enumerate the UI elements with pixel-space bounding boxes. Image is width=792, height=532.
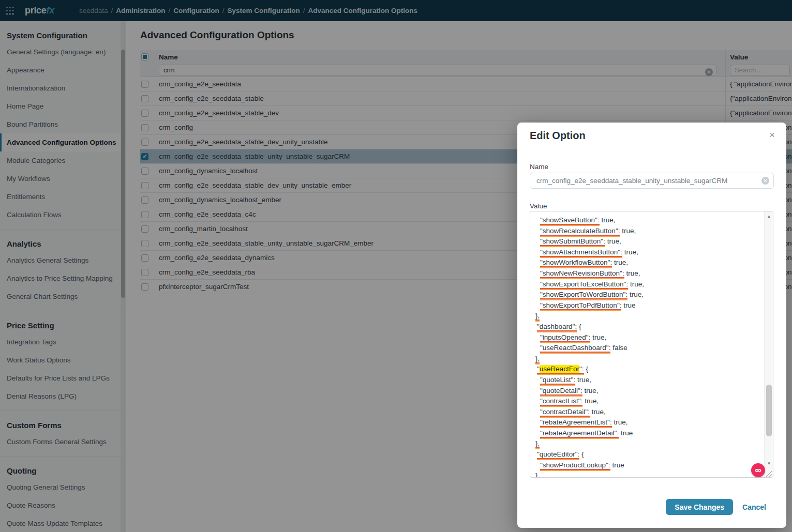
json-key: "quoteEditor": xyxy=(537,450,579,458)
json-key: "showWorkflowButton": xyxy=(540,259,612,266)
json-key: "useReactDashboard": xyxy=(540,344,610,352)
json-line: }, xyxy=(534,354,761,364)
scroll-down-icon[interactable]: ▼ xyxy=(765,460,773,468)
json-value: true, xyxy=(600,216,616,224)
app-window: pricefx seeddata/Administration/Configur… xyxy=(0,0,792,532)
editor-scrollbar-thumb[interactable] xyxy=(766,385,772,436)
json-value: true, xyxy=(612,418,628,426)
json-value: true, xyxy=(590,333,606,341)
json-line: "quoteDetail": true, xyxy=(534,386,761,397)
json-key: "showRecalculateButton": xyxy=(540,227,620,235)
json-key: "useReactFor": xyxy=(537,365,584,373)
json-key: "showExportToExcelButton": xyxy=(540,280,628,288)
json-line: "showRecalculateButton": true, xyxy=(534,226,761,237)
json-value: true, xyxy=(582,397,599,405)
json-key: "contractList": xyxy=(540,397,582,405)
edit-option-modal: Edit Option × Name ✕ Value "showSaveButt… xyxy=(517,123,786,528)
json-line: "showNewRevisionButton": true, xyxy=(534,268,761,279)
json-line: }, xyxy=(534,438,761,449)
json-line: "showExportToWordButton": true, xyxy=(534,290,761,300)
json-line: "inputsOpened": true, xyxy=(534,332,761,343)
json-line: }, xyxy=(534,311,761,322)
json-line: "showExportToExcelButton": true, xyxy=(534,279,761,290)
name-field-label: Name xyxy=(530,163,548,171)
json-brace: }, xyxy=(535,439,540,447)
json-value: true xyxy=(619,429,633,437)
json-key: "showSaveButton": xyxy=(540,216,600,224)
json-key: "showSubmitButton": xyxy=(540,237,605,245)
json-key: "rebateAgreementList": xyxy=(540,418,612,426)
search-match-highlight: useReactFor xyxy=(540,365,579,373)
json-key: "showExportToPdfButton": xyxy=(540,301,621,309)
json-value: true, xyxy=(627,291,644,298)
option-name-input[interactable] xyxy=(530,173,774,189)
json-line: }, xyxy=(534,470,761,478)
resize-handle-icon[interactable] xyxy=(765,469,772,477)
json-key: "quoteDetail": xyxy=(540,387,582,394)
json-line: "useReactDashboard": false xyxy=(534,343,761,354)
json-line: "contractDetail": true, xyxy=(534,407,761,418)
json-line: "quoteEditor": { xyxy=(534,449,761,460)
json-line: "useReactFor": { xyxy=(534,364,761,375)
json-key: "showNewRevisionButton": xyxy=(540,269,624,277)
json-line: "rebateAgreementDetail": true xyxy=(534,428,761,439)
json-key: "showExportToWordButton": xyxy=(540,291,627,298)
json-content: "showSaveButton": true,"showRecalculateB… xyxy=(530,211,773,478)
json-value: true, xyxy=(622,248,638,256)
json-key: "inputsOpened": xyxy=(540,333,590,341)
json-value: true, xyxy=(620,227,636,235)
json-line: "quoteList": true, xyxy=(534,375,761,386)
cancel-button[interactable]: Cancel xyxy=(742,503,766,511)
json-line: "showAttachmentsButton": true, xyxy=(534,247,761,258)
json-value: { xyxy=(577,323,581,330)
option-value-editor[interactable]: "showSaveButton": true,"showRecalculateB… xyxy=(530,211,773,478)
json-value: true xyxy=(610,461,624,469)
json-key: "showAttachmentsButton": xyxy=(540,248,622,256)
modal-title: Edit Option xyxy=(530,130,586,142)
json-line: "showSaveButton": true, xyxy=(534,215,761,226)
json-line: "showExportToPdfButton": true xyxy=(534,300,761,311)
json-brace: }, xyxy=(535,355,540,362)
json-key: "dashboard": xyxy=(537,323,577,330)
json-brace: }, xyxy=(535,312,540,320)
json-key: "contractDetail": xyxy=(540,408,590,416)
json-value: { xyxy=(579,450,584,458)
json-value: { xyxy=(584,365,588,373)
json-line: "dashboard": { xyxy=(534,322,761,332)
json-value: true, xyxy=(590,408,606,416)
json-line: "showProductLookup": true xyxy=(534,460,761,471)
json-line: "showWorkflowButton": true, xyxy=(534,257,761,268)
json-value: true, xyxy=(575,376,591,384)
editor-scrollbar[interactable]: ▲ ▼ xyxy=(764,211,773,477)
json-brace: }, xyxy=(535,472,540,478)
json-key: "showProductLookup": xyxy=(540,461,610,469)
json-line: "rebateAgreementList": true, xyxy=(534,417,761,428)
json-value: true, xyxy=(612,259,628,266)
clear-name-icon[interactable]: ✕ xyxy=(761,177,769,185)
json-value: true, xyxy=(605,237,621,245)
json-key: "quoteList": xyxy=(540,376,575,384)
json-value: false xyxy=(610,344,627,352)
json-value: true xyxy=(621,301,635,309)
json-line: "contractList": true, xyxy=(534,396,761,407)
infinity-badge-icon[interactable]: ∞ xyxy=(751,463,765,477)
scroll-up-icon[interactable]: ▲ xyxy=(765,212,773,221)
json-value: true, xyxy=(624,269,640,277)
json-key: "rebateAgreementDetail": xyxy=(540,429,619,437)
json-value: true, xyxy=(628,280,644,288)
json-value: true, xyxy=(582,387,599,394)
modal-footer: Save Changes Cancel xyxy=(666,499,766,515)
close-icon[interactable]: × xyxy=(769,130,775,140)
json-line: "showSubmitButton": true, xyxy=(534,236,761,247)
value-field-label: Value xyxy=(530,202,547,210)
save-changes-button[interactable]: Save Changes xyxy=(666,499,733,515)
